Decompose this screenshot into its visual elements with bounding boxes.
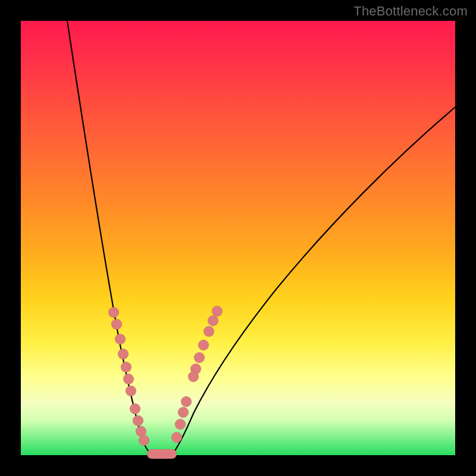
data-dot [181,396,192,407]
data-dot [133,415,143,426]
data-dot [198,340,209,350]
data-dot [178,407,189,418]
data-dot [115,334,126,345]
data-dot [203,326,214,337]
data-dot [108,307,119,318]
data-dot [139,435,149,446]
data-dot [208,315,218,326]
data-dot [194,352,205,363]
plot-area [21,21,455,455]
curve-layer [21,21,455,455]
trough-pill [147,449,177,459]
right-curve [174,107,455,452]
data-dot [111,319,122,330]
data-dot [171,432,182,443]
chart-frame: TheBottleneck.com [0,0,476,476]
data-dot [188,371,199,382]
watermark-text: TheBottleneck.com [353,4,468,19]
left-dots [108,307,149,446]
data-dot [121,362,131,372]
data-dot [123,374,134,384]
left-curve [67,21,151,453]
data-dot [118,349,129,359]
data-dot [175,419,186,430]
data-dot [130,403,140,414]
data-dot [126,386,136,396]
data-dot [212,306,223,317]
